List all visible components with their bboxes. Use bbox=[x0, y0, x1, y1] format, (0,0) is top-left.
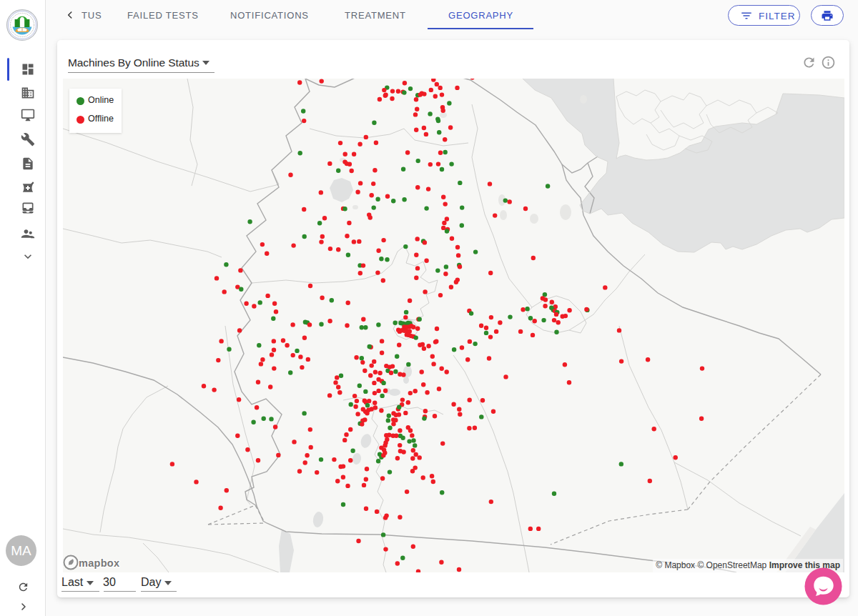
svg-text:mapbox: mapbox bbox=[79, 557, 119, 569]
